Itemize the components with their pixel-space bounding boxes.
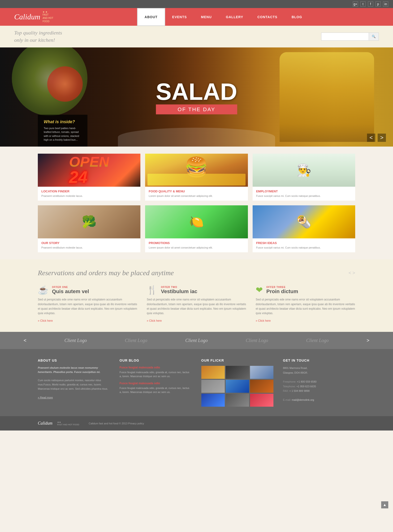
logos-next-button[interactable]: > (367, 338, 369, 343)
slider-prev-arrow[interactable]: < (367, 134, 375, 142)
client-logo-2: Client Logo (125, 338, 147, 343)
offer-three-label: OFFER THREE (266, 286, 298, 288)
footer-blog: OUR BLOG Fusce feugiat malesuada odio Fu… (120, 359, 192, 407)
promotions-title: PROMOTIONS (149, 241, 244, 245)
contact-email: E-mail: mail@demolink.org (283, 398, 355, 403)
offer-one-icon: ☕ (38, 285, 49, 295)
logo-text[interactable]: Calidum (14, 13, 40, 21)
fresh-ideas-text: Fusce suscipit varius mi. Cum sociis nat… (256, 246, 352, 249)
flickr-thumb-2[interactable] (226, 366, 249, 379)
pinterest-icon[interactable]: p (375, 1, 381, 7)
bottom-tagline: ★★ (57, 421, 79, 423)
blog-post-1-text: Fusce feugiat malesuada odio, gravida at… (120, 370, 192, 378)
slider-info-title: What is inside? (44, 120, 82, 124)
twitter-icon[interactable]: t (360, 1, 366, 7)
offer-two: 🍴 OFFER TWO Vestibulum iac Sed ut perspi… (147, 285, 246, 322)
search-button[interactable]: 🔍 (369, 33, 378, 40)
blog-post-2-title[interactable]: Fusce feugiat malesuada odio (120, 382, 192, 385)
reservations-next-arrow[interactable]: > (352, 270, 355, 276)
employment-title: EMPLOYMENT (256, 190, 352, 193)
nav-menu[interactable]: MENU (194, 9, 219, 25)
nav-about[interactable]: ABOUT (137, 8, 165, 26)
footer-contact: GET IN TOUCH 8801 Marmora Road, Glasgow,… (283, 359, 355, 407)
location-title: LOCATION FINDER (41, 190, 137, 193)
client-logo-4: Client Logo (246, 338, 268, 343)
flickr-thumb-7[interactable] (201, 394, 225, 407)
blog-post-2-text: Fusce feugiat malesuada odio, gravida at… (120, 386, 192, 394)
logo-stars: ★ ★ (43, 11, 53, 13)
bottom-tagline-text: FAST AND HOT FOOD (57, 423, 79, 426)
footer: ABOUT US Praesent vbulum molestie lacus … (0, 349, 393, 416)
client-logo-1: Client Logo (64, 338, 87, 343)
facebook-icon[interactable]: f (368, 1, 373, 7)
location-image: OPEN24 (38, 154, 140, 187)
contact-telephone: Telephone: +1 959 623 6635 (283, 384, 355, 389)
our-story-image: 🥦 (38, 205, 140, 238)
offer-three-link[interactable]: Click here (256, 319, 355, 322)
blog-post-1-title[interactable]: Fusce feugiat malesuada odio (120, 366, 192, 369)
flickr-thumb-5[interactable] (226, 380, 249, 393)
flickr-thumb-4[interactable] (201, 380, 225, 393)
social-bar: g+ t f p in (0, 0, 393, 8)
bottom-logo: Calidum (38, 421, 53, 426)
nav-blog[interactable]: BLOG (285, 9, 309, 25)
our-story-title: OUR STORY (41, 241, 137, 245)
nav-events[interactable]: EVENTS (165, 9, 194, 25)
offer-one-title: Quis autem vel (52, 288, 89, 295)
employment-image: 👨‍🍳 (253, 154, 355, 187)
food-quality-image: 🍔 (145, 154, 248, 187)
food-quality-title: FOOD QUALITY & MENU (149, 190, 244, 193)
offer-two-icon: 🍴 (147, 285, 157, 295)
nav-contacts[interactable]: CONTACTS (250, 9, 285, 25)
bottom-tagline-area: ★★ FAST AND HOT FOOD (57, 421, 79, 426)
location-text: Praesent vestibulum molestie lacus. (41, 194, 137, 198)
flickr-thumb-6[interactable] (250, 380, 273, 393)
flickr-thumb-8[interactable] (226, 394, 249, 407)
google-plus-icon[interactable]: g+ (353, 1, 358, 7)
offer-two-text: Sed ut perspiciatis ede ome nams error s… (147, 297, 246, 316)
offer-one-text: Sed ut perspiciatis ede ome nams error s… (38, 297, 137, 316)
client-logo-3: Client Logo (185, 338, 208, 343)
footer-blog-title: OUR BLOG (120, 359, 192, 362)
employment-text: Fusce suscipit varius mi. Cum sociis nat… (256, 194, 352, 198)
offer-two-link[interactable]: Click here (147, 319, 246, 322)
contact-freephone: Freephone: +1 800 559 6580 (283, 379, 355, 384)
main-nav: ABOUT EVENTS MENU GALLERY CONTACTS BLOG (67, 8, 379, 26)
read-more-link[interactable]: Read more (38, 396, 53, 399)
banner-tagline: Top quality ingredients only in our kitc… (14, 29, 62, 44)
reservations-prev-arrow[interactable]: < (349, 270, 351, 276)
offer-one: ☕ OFFER ONE Quis autem vel Sed ut perspi… (38, 285, 137, 322)
hero-banner: Top quality ingredients only in our kitc… (0, 26, 393, 48)
search-input[interactable] (321, 33, 369, 40)
slider-arrows: < > (367, 134, 386, 142)
contact-city: Glasgow, DO4 89GR. (283, 371, 355, 375)
contact-email-link[interactable]: mail@demolink.org (292, 398, 314, 401)
fresh-ideas-title: FRESH IDEAS (256, 241, 352, 245)
grid-card-food-quality: 🍔 FOOD QUALITY & MENU Lorem ipsum dolor … (145, 154, 248, 201)
slider-title: SALAD (156, 80, 237, 103)
footer-about-italic: Praesent vbulum molestie lacus nean nomu… (38, 366, 110, 374)
offer-three: ❤ OFFER THREE Proin dictum Sed ut perspi… (256, 285, 355, 322)
reservations-header: Reservations and orders may be placed an… (38, 269, 355, 277)
hero-slider: SALAD OF THE DAY What is inside? Two pur… (0, 48, 393, 147)
slider-info-box: What is inside? Two pure beef patties ha… (38, 115, 88, 147)
slider-info-text: Two pure beef patties hand-leafted lettu… (44, 126, 82, 142)
offer-one-link[interactable]: Click here (38, 319, 137, 322)
features-grid: OPEN24 LOCATION FINDER Praesent vestibul… (0, 147, 393, 260)
logo-tagline: FAST AND HOT FOOD (43, 13, 53, 23)
grid-card-employment: 👨‍🍳 EMPLOYMENT Fusce suscipit varius mi.… (253, 154, 355, 201)
header: Calidum ★ ★ FAST AND HOT FOOD ABOUT EVEN… (0, 8, 393, 26)
bottom-footer: Calidum ★★ FAST AND HOT FOOD Calidum fas… (0, 416, 393, 431)
nav-gallery[interactable]: GALLERY (219, 9, 250, 25)
client-logo-5: Client Logo (306, 338, 329, 343)
slider-next-arrow[interactable]: > (378, 134, 386, 142)
logos-prev-button[interactable]: < (24, 338, 26, 343)
linkedin-icon[interactable]: in (383, 1, 388, 7)
offers-grid: ☕ OFFER ONE Quis autem vel Sed ut perspi… (38, 285, 355, 322)
bottom-copyright: Calidum fast and hot food © 2013 Privacy… (89, 422, 144, 425)
flickr-thumb-3[interactable] (250, 366, 273, 379)
flickr-thumb-1[interactable] (201, 366, 225, 379)
flickr-thumb-9[interactable] (250, 394, 273, 407)
slider-content: SALAD OF THE DAY (156, 80, 237, 114)
reservations-nav-arrows: < > (349, 270, 355, 276)
